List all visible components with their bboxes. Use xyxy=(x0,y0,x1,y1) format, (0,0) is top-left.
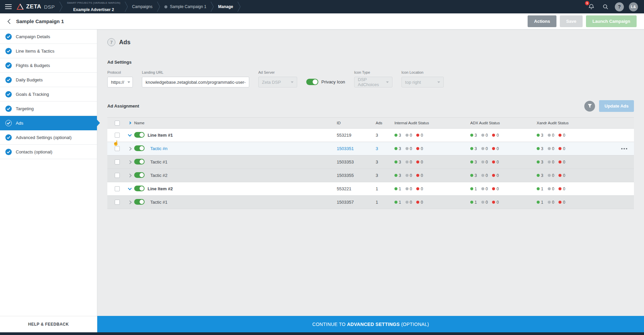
avatar[interactable]: L& xyxy=(629,2,638,11)
adx-audit-status: 100 xyxy=(470,200,537,205)
sidebar-step[interactable]: Targeting xyxy=(0,102,97,116)
brand-name: ZETA xyxy=(26,3,41,10)
icon-type-select: DSP AdChoices xyxy=(354,77,392,87)
row-ads[interactable]: 3 xyxy=(376,173,394,178)
table-row[interactable]: Line Item #2 553221 1 100 100 100 xyxy=(107,182,634,196)
select-all-checkbox[interactable] xyxy=(115,121,120,126)
row-name[interactable]: Tactic #n xyxy=(148,146,337,151)
row-id[interactable]: 1503353 xyxy=(337,159,376,164)
sidebar-step[interactable]: Contacts (optional) xyxy=(0,145,97,159)
help-button[interactable]: ? xyxy=(615,2,624,11)
launch-campaign-button[interactable]: Launch Campaign xyxy=(586,15,637,27)
ad-assignment-table: Name ID Ads Internal Audit Status ADX Au… xyxy=(107,117,634,209)
update-ads-button[interactable]: Update Ads xyxy=(599,100,634,112)
row-checkbox[interactable] xyxy=(115,133,120,138)
row-ads[interactable]: 3 xyxy=(376,146,394,151)
row-ads[interactable]: 1 xyxy=(376,186,394,191)
row-enabled-toggle[interactable] xyxy=(134,172,145,178)
expand-toggle[interactable] xyxy=(125,201,134,204)
protocol-select[interactable]: https:// xyxy=(107,77,133,87)
sidebar-step[interactable]: Daily Budgets xyxy=(0,73,97,87)
notifications-button[interactable]: 1 xyxy=(587,2,596,11)
expand-toggle[interactable] xyxy=(125,161,134,163)
chevron-down-icon xyxy=(437,81,440,83)
ad-settings-section: Ad Settings Protocol https:// Landing UR… xyxy=(107,60,634,87)
column-header-internal-audit[interactable]: Internal Audit Status xyxy=(394,121,470,125)
column-header-xandr-audit[interactable]: Xandr Audit Status xyxy=(537,121,612,125)
row-ads[interactable]: 3 xyxy=(376,133,394,138)
expand-all-toggle[interactable] xyxy=(125,122,134,124)
actions-button[interactable]: Actions xyxy=(528,15,556,27)
expand-toggle[interactable] xyxy=(125,134,134,136)
search-button[interactable] xyxy=(601,2,610,11)
step-complete-icon xyxy=(5,62,12,69)
sidebar-step[interactable]: Flights & Budgets xyxy=(0,58,97,73)
row-enabled-toggle[interactable] xyxy=(134,132,145,138)
row-enabled-toggle[interactable] xyxy=(134,199,145,205)
privacy-icon-toggle[interactable] xyxy=(306,79,318,85)
row-name[interactable]: Tactic #1 xyxy=(148,200,337,205)
row-enabled-toggle[interactable] xyxy=(134,145,145,151)
help-icon: ? xyxy=(618,4,621,9)
table-row[interactable]: Tactic #n 1503351 3 300 300 300 xyxy=(107,142,634,155)
breadcrumb-advertiser[interactable]: SMART PROJECTS (VARIABLE MARGIN) Example… xyxy=(62,1,124,12)
sidebar-step[interactable]: Goals & Tracking xyxy=(0,87,97,102)
step-label: Targeting xyxy=(16,106,34,111)
sidebar-step[interactable]: Line Items & Tactics xyxy=(0,44,97,58)
menu-icon[interactable] xyxy=(0,0,17,13)
column-header-name[interactable]: Name xyxy=(134,121,145,125)
filter-button[interactable] xyxy=(584,101,595,112)
save-button[interactable]: Save xyxy=(560,15,583,27)
row-name[interactable]: Tactic #2 xyxy=(148,173,337,178)
expand-toggle[interactable] xyxy=(125,147,134,150)
row-id[interactable]: 553221 xyxy=(337,186,376,191)
row-name[interactable]: Line Item #2 xyxy=(148,186,337,191)
row-checkbox[interactable] xyxy=(115,173,120,178)
continue-button[interactable]: CONTINUE TO ADVANCED SETTINGS (OPTIONAL) xyxy=(97,316,644,332)
row-checkbox[interactable] xyxy=(115,186,120,191)
zeta-dsp-logo[interactable]: ZETA DSP xyxy=(17,3,55,10)
project-label: SMART PROJECTS (VARIABLE MARGIN) xyxy=(67,1,120,5)
row-overflow-menu[interactable] xyxy=(612,148,634,149)
row-id[interactable]: 1503351 xyxy=(337,146,376,151)
table-header-row: Name ID Ads Internal Audit Status ADX Au… xyxy=(107,117,634,129)
row-id[interactable]: 553219 xyxy=(337,133,376,138)
campaign-status-dot xyxy=(164,5,167,8)
adx-audit-status: 300 xyxy=(470,133,537,138)
table-row[interactable]: Line Item #1 553219 3 300 300 300 xyxy=(107,129,634,142)
sidebar-step[interactable]: Campaign Details xyxy=(0,29,97,44)
column-header-adx-audit[interactable]: ADX Audit Status xyxy=(470,121,537,125)
breadcrumb-campaign[interactable]: Sample Campaign 1 xyxy=(160,4,211,9)
row-id[interactable]: 1503355 xyxy=(337,173,376,178)
column-header-id[interactable]: ID xyxy=(337,121,376,125)
row-id[interactable]: 1503357 xyxy=(337,200,376,205)
sidebar-step[interactable]: Advanced Settings (optional) xyxy=(0,130,97,145)
step-complete-icon xyxy=(5,77,12,83)
row-checkbox[interactable] xyxy=(115,200,120,205)
row-enabled-toggle[interactable] xyxy=(134,159,145,164)
table-row[interactable]: Tactic #1 1503353 3 300 300 300 xyxy=(107,155,634,169)
step-complete-icon xyxy=(5,134,12,141)
landing-url-input[interactable]: knowledgebase.zetaglobal.com/programmati… xyxy=(142,77,249,87)
row-name[interactable]: Tactic #1 xyxy=(148,159,337,164)
help-feedback-link[interactable]: HELP & FEEDBACK xyxy=(0,316,97,332)
table-row[interactable]: Tactic #2 1503355 3 300 300 300 xyxy=(107,169,634,182)
row-checkbox[interactable] xyxy=(115,146,120,151)
breadcrumb-manage[interactable]: Manage xyxy=(214,4,237,9)
row-name[interactable]: Line Item #1 xyxy=(148,133,337,138)
expand-toggle[interactable] xyxy=(125,188,134,190)
table-row[interactable]: Tactic #1 1503357 1 100 100 100 xyxy=(107,196,634,209)
row-checkbox[interactable] xyxy=(115,159,120,164)
expand-toggle[interactable] xyxy=(125,174,134,177)
main-content: 7 Ads Ad Settings Protocol https:// Land… xyxy=(97,29,644,316)
row-enabled-toggle[interactable] xyxy=(134,186,145,191)
column-header-ads[interactable]: Ads xyxy=(376,121,394,125)
row-ads[interactable]: 1 xyxy=(376,200,394,205)
step-complete-icon xyxy=(5,149,12,155)
xandr-audit-status: 300 xyxy=(537,146,612,151)
breadcrumb-separator-icon xyxy=(211,0,214,13)
back-button[interactable] xyxy=(7,19,11,24)
breadcrumb-campaigns[interactable]: Campaigns xyxy=(128,4,157,9)
row-ads[interactable]: 3 xyxy=(376,159,394,164)
sidebar-step[interactable]: Ads xyxy=(0,116,97,130)
